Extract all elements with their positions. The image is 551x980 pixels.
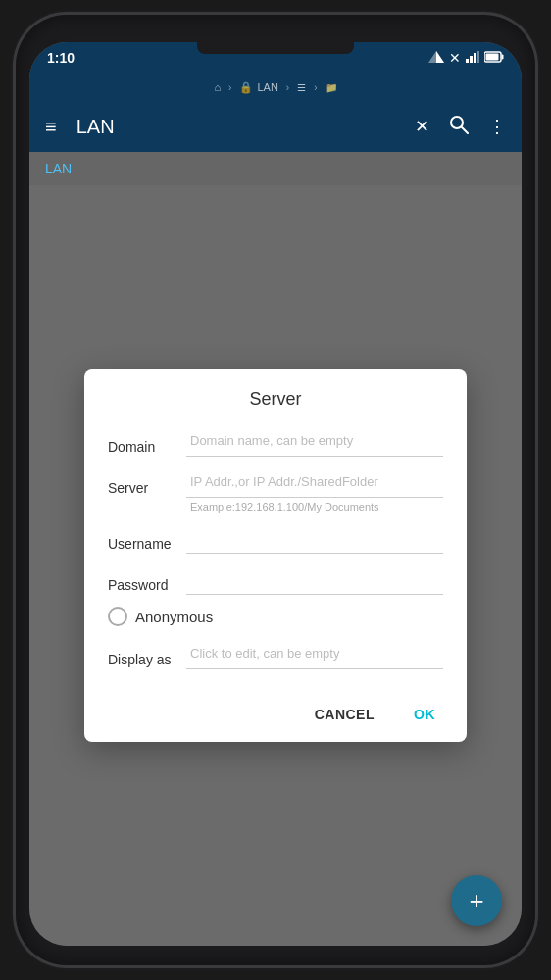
lan-label: LAN [45,161,72,176]
toolbar-title: LAN [76,116,403,138]
server-input-wrapper: Example:192.168.1.100/My Documents [186,466,443,513]
anonymous-label: Anonymous [135,609,213,625]
svg-rect-2 [466,59,469,63]
breadcrumb-home: ⌂ [214,81,221,93]
anonymous-row: Anonymous [108,607,443,626]
gray-background: Server Domain Server [29,185,522,946]
password-label: Password [108,564,186,593]
ok-button[interactable]: OK [398,699,451,730]
username-input-wrapper [186,522,443,554]
cancel-button[interactable]: CANCEL [299,699,390,730]
svg-rect-3 [470,56,473,63]
lan-label-bar: LAN [29,152,522,185]
breadcrumb-folder: 📁 [326,82,337,93]
display-as-input-wrapper [186,638,443,669]
menu-icon[interactable]: ≡ [45,116,57,138]
svg-marker-1 [436,51,444,63]
password-row: Password [108,564,443,599]
fab-plus-icon: + [469,888,483,913]
dialog-title: Server [84,369,467,425]
password-input[interactable] [186,564,443,595]
password-input-wrapper [186,564,443,595]
svg-rect-4 [474,53,476,63]
more-icon[interactable]: ⋮ [488,116,506,137]
battery-icon [484,51,504,66]
server-row: Server Example:192.168.1.100/My Document… [108,466,443,516]
domain-label: Domain [108,425,186,455]
items-icon: ☰ [297,82,306,93]
breadcrumb-lock: 🔒 LAN [239,81,277,94]
breadcrumb-items: ☰ [297,82,306,93]
domain-input[interactable] [186,425,443,457]
dialog-actions: CANCEL OK [84,687,467,742]
svg-point-9 [451,117,463,128]
breadcrumb-bar: ⌂ › 🔒 LAN › ☰ › 📁 [29,74,522,101]
dialog-body: Domain Server Example:192.168.1.100/My D… [84,425,467,687]
fab-button[interactable]: + [451,875,502,926]
breadcrumb-lan-text: LAN [257,81,277,93]
svg-rect-5 [477,51,479,63]
svg-line-10 [462,127,468,133]
display-as-row: Display as [108,638,443,673]
domain-input-wrapper [186,425,443,457]
server-label: Server [108,466,186,496]
search-icon[interactable] [449,115,469,139]
phone-screen: 1:10 ✕ [29,42,522,946]
server-dialog: Server Domain Server [84,369,467,742]
username-label: Username [108,522,186,552]
phone-frame: 1:10 ✕ [16,15,535,965]
folder-icon: 📁 [326,82,337,93]
display-as-input[interactable] [186,638,443,669]
home-icon: ⌂ [214,81,221,93]
username-input[interactable] [186,522,443,554]
server-hint: Example:192.168.1.100/My Documents [186,501,443,513]
username-row: Username [108,522,443,558]
svg-rect-7 [502,54,504,59]
server-input[interactable] [186,466,443,498]
anonymous-radio[interactable] [108,607,127,626]
signal-bars-icon [466,51,479,66]
svg-rect-8 [486,53,499,60]
app-toolbar: ≡ LAN ✕ ⋮ [29,101,522,152]
status-time: 1:10 [47,50,75,66]
display-as-label: Display as [108,638,186,667]
close-icon[interactable]: ✕ [415,116,429,137]
phone-notch [197,42,354,54]
domain-row: Domain [108,425,443,461]
signal-icon [428,51,444,66]
status-icons: ✕ [428,50,504,66]
wifi-x-icon: ✕ [449,50,461,66]
toolbar-action-icons: ✕ ⋮ [415,115,506,139]
lock-icon: 🔒 [239,81,253,94]
